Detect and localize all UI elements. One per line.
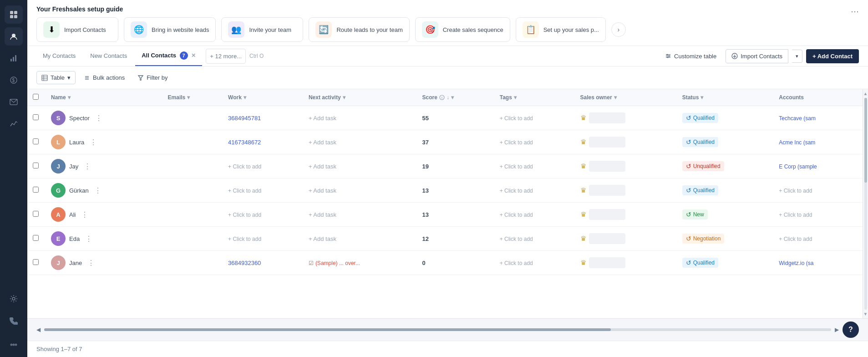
setup-card-website[interactable]: 🌐 Bring in website leads bbox=[124, 17, 216, 42]
row-menu-1[interactable]: ⋮ bbox=[93, 114, 104, 122]
add-task-6[interactable]: + Add task bbox=[309, 235, 336, 242]
row-menu-7[interactable]: ⋮ bbox=[86, 259, 96, 267]
add-task-1[interactable]: + Add task bbox=[309, 115, 336, 122]
th-score-sort-down[interactable]: ↓ bbox=[447, 94, 449, 101]
th-emails[interactable]: Emails ▾ bbox=[162, 89, 223, 106]
work-phone-7[interactable]: 3684932360 bbox=[228, 260, 261, 266]
status-badge-4[interactable]: ↺ Qualified bbox=[682, 185, 718, 195]
owner-field-4[interactable] bbox=[589, 185, 625, 196]
tags-add-4[interactable]: + Click to add bbox=[500, 188, 533, 194]
add-task-3[interactable]: + Add task bbox=[309, 163, 336, 170]
sidebar-icon-contacts[interactable] bbox=[5, 27, 23, 46]
setup-guide-more[interactable]: ⋯ bbox=[851, 6, 859, 16]
status-badge-2[interactable]: ↺ Qualified bbox=[682, 137, 718, 147]
row-menu-4[interactable]: ⋮ bbox=[92, 186, 103, 195]
sidebar-icon-grid[interactable] bbox=[5, 5, 23, 24]
status-badge-5[interactable]: ↺ New bbox=[682, 209, 708, 219]
th-name[interactable]: Name ▾ bbox=[46, 89, 162, 106]
h-scroll-track[interactable] bbox=[44, 328, 831, 331]
scroll-up-arrow[interactable]: ▲ bbox=[863, 90, 868, 97]
contact-name-link-1[interactable]: Spector bbox=[69, 115, 90, 122]
tags-add-6[interactable]: + Click to add bbox=[500, 236, 533, 242]
setup-card-route[interactable]: 🔄 Route leads to your team bbox=[309, 17, 409, 42]
bulk-actions-button[interactable]: Bulk actions bbox=[79, 71, 129, 84]
import-dropdown-button[interactable]: ▾ bbox=[792, 50, 802, 63]
setup-card-sales[interactable]: 📋 Set up your sales p... bbox=[516, 17, 606, 42]
table-view-button[interactable]: Table ▾ bbox=[36, 71, 76, 84]
th-score[interactable]: Score i ↓ ▾ bbox=[417, 89, 494, 106]
contact-name-link-3[interactable]: Jay bbox=[69, 163, 78, 170]
scroll-left-arrow[interactable]: ◀ bbox=[36, 326, 41, 333]
contact-name-link-7[interactable]: Jane bbox=[69, 260, 82, 266]
account-add-4[interactable]: + Click to add bbox=[779, 188, 812, 194]
scroll-track[interactable] bbox=[864, 98, 867, 310]
th-emails-sort[interactable]: ▾ bbox=[187, 94, 190, 101]
sidebar-icon-phone[interactable] bbox=[5, 311, 23, 330]
add-task-4[interactable]: + Add task bbox=[309, 187, 336, 194]
select-all-checkbox[interactable] bbox=[33, 94, 39, 100]
checkbox-3[interactable] bbox=[33, 163, 39, 168]
tab-new-contacts[interactable]: New Contacts bbox=[84, 47, 133, 66]
contact-name-link-6[interactable]: Eda bbox=[69, 235, 80, 242]
sidebar-icon-dots[interactable] bbox=[5, 333, 23, 352]
status-badge-7[interactable]: ↺ Qualified bbox=[682, 258, 718, 268]
th-score-sort-toggle[interactable]: ▾ bbox=[451, 94, 454, 101]
sidebar-icon-charts[interactable] bbox=[5, 49, 23, 67]
row-menu-5[interactable]: ⋮ bbox=[79, 210, 90, 219]
setup-card-team[interactable]: 👥 Invite your team bbox=[221, 17, 303, 42]
account-link-3[interactable]: E Corp (sample bbox=[779, 163, 817, 170]
account-add-6[interactable]: + Click to add bbox=[779, 236, 812, 242]
tab-my-contacts[interactable]: My Contacts bbox=[36, 47, 82, 66]
th-work[interactable]: Work ▾ bbox=[223, 89, 303, 106]
th-status[interactable]: Status ▾ bbox=[677, 89, 774, 106]
contact-name-link-5[interactable]: Ali bbox=[69, 211, 76, 218]
checkbox-5[interactable] bbox=[33, 211, 39, 217]
checkbox-6[interactable] bbox=[33, 235, 39, 241]
th-tags-sort[interactable]: ▾ bbox=[514, 94, 517, 101]
th-work-sort[interactable]: ▾ bbox=[244, 94, 246, 101]
checkbox-4[interactable] bbox=[33, 187, 39, 193]
account-link-7[interactable]: Widgetz.io (sa bbox=[779, 260, 813, 266]
contact-name-link-4[interactable]: Gürkan bbox=[69, 187, 89, 194]
setup-cards-next[interactable]: › bbox=[611, 22, 626, 37]
owner-field-1[interactable] bbox=[589, 112, 625, 123]
owner-field-2[interactable] bbox=[589, 137, 625, 148]
owner-field-7[interactable] bbox=[589, 257, 625, 268]
tab-all-contacts[interactable]: All Contacts 7 ✕ bbox=[135, 46, 202, 66]
th-next-activity[interactable]: Next activity ▾ bbox=[303, 89, 417, 106]
tags-add-3[interactable]: + Click to add bbox=[500, 163, 533, 170]
tab-more[interactable]: + 12 more... bbox=[206, 49, 246, 64]
tab-close-icon[interactable]: ✕ bbox=[191, 52, 196, 59]
th-activity-sort[interactable]: ▾ bbox=[343, 94, 345, 101]
setup-card-sequence[interactable]: 🎯 Create sales sequence bbox=[415, 17, 510, 42]
scroll-down-arrow[interactable]: ▼ bbox=[863, 311, 868, 317]
status-badge-1[interactable]: ↺ Qualified bbox=[682, 113, 718, 123]
checkbox-1[interactable] bbox=[33, 114, 39, 120]
work-add-6[interactable]: + Click to add bbox=[228, 236, 261, 242]
tags-add-2[interactable]: + Click to add bbox=[500, 139, 533, 146]
owner-field-5[interactable] bbox=[589, 209, 625, 220]
add-contact-button[interactable]: + Add Contact bbox=[806, 49, 859, 63]
owner-field-3[interactable] bbox=[589, 161, 625, 172]
scroll-right-arrow[interactable]: ▶ bbox=[835, 326, 839, 333]
th-status-sort[interactable]: ▾ bbox=[700, 94, 703, 101]
tags-add-1[interactable]: + Click to add bbox=[500, 115, 533, 122]
row-menu-6[interactable]: ⋮ bbox=[83, 235, 94, 243]
th-owner-sort[interactable]: ▾ bbox=[614, 94, 617, 101]
help-button[interactable]: ? bbox=[843, 321, 859, 338]
status-badge-3[interactable]: ↺ Unqualified bbox=[682, 161, 724, 171]
vertical-scrollbar[interactable]: ▲ ▼ bbox=[863, 89, 868, 318]
th-tags[interactable]: Tags ▾ bbox=[494, 89, 575, 106]
account-add-5[interactable]: + Click to add bbox=[779, 212, 812, 218]
add-task-2[interactable]: + Add task bbox=[309, 139, 336, 146]
tags-add-5[interactable]: + Click to add bbox=[500, 212, 533, 218]
contact-name-link-2[interactable]: Laura bbox=[69, 139, 84, 146]
th-name-sort[interactable]: ▾ bbox=[68, 94, 71, 101]
sidebar-icon-mail[interactable] bbox=[5, 93, 23, 111]
owner-field-6[interactable] bbox=[589, 233, 625, 244]
work-phone-1[interactable]: 3684945781 bbox=[228, 115, 261, 122]
sidebar-icon-sales[interactable]: $ bbox=[5, 71, 23, 89]
status-badge-6[interactable]: ↺ Negotiation bbox=[682, 234, 725, 244]
th-sales-owner[interactable]: Sales owner ▾ bbox=[575, 89, 677, 106]
account-link-1[interactable]: Techcave (sam bbox=[779, 115, 816, 122]
